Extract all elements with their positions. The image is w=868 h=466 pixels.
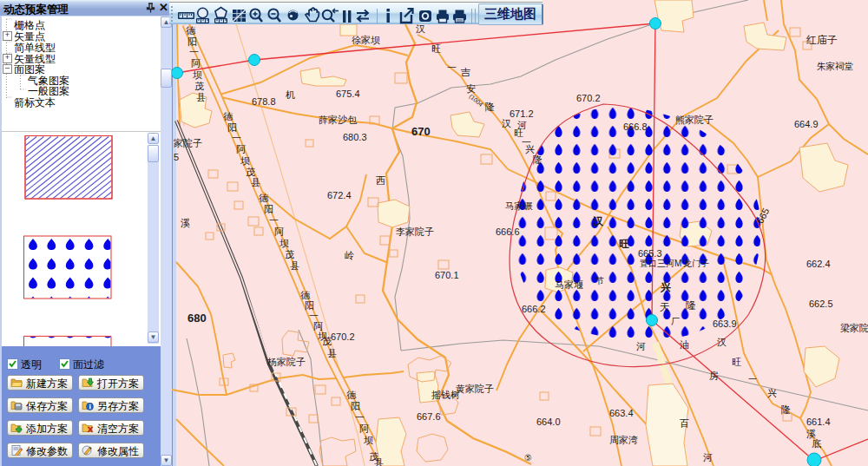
svg-text:朱家祠堂: 朱家祠堂 [817, 61, 853, 71]
svg-text:梁家院: 梁家院 [840, 323, 868, 333]
svg-text:662.5: 662.5 [809, 299, 833, 309]
svg-text:吉: 吉 [460, 67, 470, 77]
svg-text:阿: 阿 [274, 226, 284, 237]
svg-text:天: 天 [660, 301, 670, 313]
svg-text:670.1: 670.1 [435, 270, 459, 280]
svg-text:一: 一 [269, 215, 279, 226]
svg-text:一: 一 [447, 62, 457, 73]
svg-text:678.8: 678.8 [252, 96, 276, 107]
svg-text:县: 县 [196, 92, 206, 102]
svg-text:阳: 阳 [351, 401, 360, 411]
svg-text:666.6: 666.6 [496, 226, 520, 237]
svg-text:杨家院子: 杨家院子 [266, 357, 306, 367]
svg-text:徐家坝: 徐家坝 [352, 35, 380, 45]
svg-text:672.4: 672.4 [327, 190, 352, 200]
svg-text:置口三河M'龙门子: 置口三河M'龙门子 [640, 259, 709, 268]
svg-text:河: 河 [636, 341, 646, 351]
svg-text:阿: 阿 [191, 58, 201, 69]
svg-text:德: 德 [346, 390, 357, 400]
svg-text:680: 680 [187, 312, 207, 325]
svg-text:红庙子: 红庙子 [806, 34, 838, 46]
svg-text:德: 德 [223, 111, 233, 121]
svg-text:旺: 旺 [732, 357, 741, 367]
svg-text:黄家院子: 黄家院子 [456, 384, 494, 394]
svg-text:底: 底 [812, 438, 821, 449]
svg-text:670.2: 670.2 [331, 331, 355, 342]
svg-text:680.3: 680.3 [343, 132, 367, 142]
svg-text:坝: 坝 [279, 238, 289, 248]
svg-text:房: 房 [709, 371, 719, 381]
svg-text:汉: 汉 [592, 215, 604, 227]
svg-text:河: 河 [703, 452, 713, 463]
svg-text:旺: 旺 [619, 238, 629, 250]
svg-text:一: 一 [355, 412, 365, 423]
svg-text:662.4: 662.4 [806, 259, 831, 269]
svg-text:安: 安 [466, 83, 476, 94]
svg-text:茂: 茂 [285, 249, 294, 259]
svg-text:汉: 汉 [502, 118, 511, 128]
svg-text:兴: 兴 [767, 388, 777, 398]
svg-text:一: 一 [748, 374, 757, 384]
svg-text:溪: 溪 [181, 218, 190, 228]
svg-text:隆: 隆 [485, 102, 495, 112]
svg-text:670: 670 [411, 125, 431, 138]
svg-text:一: 一 [232, 133, 241, 143]
svg-text:县: 县 [327, 348, 337, 358]
svg-text:666.2: 666.2 [522, 304, 546, 314]
svg-text:县: 县 [374, 457, 384, 466]
svg-text:663.9: 663.9 [713, 318, 737, 329]
svg-text:薛家沙包: 薛家沙包 [319, 115, 358, 125]
svg-text:德: 德 [300, 290, 311, 300]
svg-text:坝: 坝 [364, 435, 373, 445]
svg-text:县: 县 [290, 260, 299, 271]
svg-text:隆: 隆 [686, 299, 696, 312]
svg-text:阳: 阳 [305, 300, 314, 311]
svg-text:旺: 旺 [431, 43, 441, 54]
svg-text:阳: 阳 [187, 36, 197, 47]
svg-text:664.9: 664.9 [794, 119, 819, 129]
svg-text:兴: 兴 [525, 144, 535, 154]
svg-text:666.8: 666.8 [623, 121, 648, 132]
svg-text:667.6: 667.6 [417, 411, 441, 422]
svg-text:阳: 阳 [227, 122, 237, 133]
svg-text:671.2: 671.2 [510, 108, 534, 119]
svg-text:马家碾: 马家碾 [505, 200, 533, 211]
svg-text:隆: 隆 [533, 154, 542, 165]
svg-text:坝: 坝 [240, 155, 250, 166]
svg-text:岭: 岭 [345, 250, 354, 260]
svg-text:汉: 汉 [717, 337, 727, 347]
svg-text:670.2: 670.2 [576, 93, 601, 103]
svg-text:⑤: ⑤ [524, 453, 532, 463]
svg-text:一: 一 [189, 47, 199, 57]
svg-text:厂: 厂 [671, 317, 680, 326]
svg-text:李家院子: 李家院子 [396, 226, 434, 237]
svg-text:油: 油 [680, 339, 689, 350]
svg-text:百: 百 [680, 418, 689, 429]
svg-text:一: 一 [309, 311, 319, 321]
svg-text:茂: 茂 [322, 336, 332, 346]
svg-text:675.4: 675.4 [336, 89, 360, 99]
svg-text:663.4: 663.4 [609, 408, 634, 418]
svg-text:德: 德 [259, 193, 269, 203]
svg-text:周家湾: 周家湾 [609, 435, 638, 445]
svg-text:茂: 茂 [194, 81, 204, 91]
svg-text:阿: 阿 [236, 144, 246, 154]
svg-text:马家堰: 马家堰 [555, 279, 583, 290]
svg-text:665.3: 665.3 [638, 248, 662, 259]
svg-text:节: 节 [595, 276, 604, 286]
svg-text:熊家院子: 熊家院子 [675, 115, 713, 125]
svg-text:5: 5 [174, 152, 179, 162]
svg-text:机: 机 [286, 89, 295, 100]
svg-text:661.4: 661.4 [806, 417, 831, 427]
svg-text:阳: 阳 [264, 204, 273, 214]
svg-text:汉: 汉 [416, 23, 425, 34]
svg-text:664.0: 664.0 [536, 417, 561, 427]
svg-text:坝: 坝 [193, 69, 202, 80]
svg-text:西: 西 [376, 175, 385, 186]
svg-text:茂: 茂 [246, 167, 255, 177]
svg-text:县: 县 [251, 177, 260, 187]
svg-text:家院子: 家院子 [174, 138, 202, 148]
svg-text:德: 德 [186, 25, 196, 36]
svg-text:阿: 阿 [359, 423, 369, 434]
svg-text:隆: 隆 [781, 404, 791, 415]
